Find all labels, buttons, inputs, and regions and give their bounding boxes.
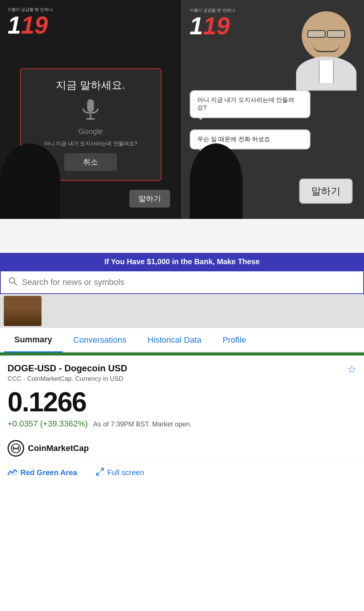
logo-left: 이름이 궁금할 땐 언제나- 119 bbox=[0, 4, 181, 40]
watchlist-star-icon[interactable]: ☆ bbox=[347, 363, 356, 376]
avatar-strip bbox=[0, 294, 364, 328]
google-label: Google bbox=[78, 127, 103, 136]
stock-change-row: +0.0357 (+39.3362%) As of 7:39PM BST. Ma… bbox=[8, 419, 356, 429]
cancel-button[interactable]: 취소 bbox=[64, 153, 117, 171]
mic-icon bbox=[81, 98, 100, 123]
logo-number-left: 119 bbox=[8, 13, 54, 37]
red-green-area-label: Red Green Area bbox=[20, 468, 77, 477]
chart-actions-bar: Red Green Area Full screen bbox=[0, 460, 364, 485]
stock-ticker: DOGE-USD - Dogecoin USD bbox=[8, 363, 127, 374]
search-input[interactable] bbox=[22, 277, 356, 287]
person-face bbox=[292, 11, 360, 94]
svg-line-6 bbox=[101, 468, 103, 471]
gap-section bbox=[0, 219, 364, 253]
news-banner: If You Have $1,000 in the Bank, Make The… bbox=[0, 253, 364, 271]
stock-change: +0.0357 (+39.3362%) bbox=[8, 419, 88, 428]
avatar-thumbnail bbox=[4, 296, 41, 326]
top-images-section: 이름이 궁금할 땐 언제나- 119 지금 말하세요. Google 아니 지금… bbox=[0, 0, 364, 219]
stock-info: DOGE-USD - Dogecoin USD CCC - CoinMarket… bbox=[8, 363, 127, 383]
cmc-logo: CoinMarketCap bbox=[8, 440, 89, 457]
stock-section: DOGE-USD - Dogecoin USD CCC - CoinMarket… bbox=[0, 356, 364, 432]
silhouette-left bbox=[0, 143, 60, 219]
dialog-title: 지금 말하세요. bbox=[56, 78, 125, 92]
tab-profile[interactable]: Profile bbox=[212, 328, 256, 352]
svg-rect-0 bbox=[87, 99, 94, 112]
speak-button-left[interactable]: 말하기 bbox=[129, 190, 170, 208]
search-icon bbox=[8, 277, 17, 288]
stock-price: 0.1266 bbox=[8, 386, 356, 417]
stock-source: CCC - CoinMarketCap. Currency in USD bbox=[8, 375, 127, 383]
fullscreen-icon bbox=[96, 468, 104, 478]
stock-header: DOGE-USD - Dogecoin USD CCC - CoinMarket… bbox=[8, 363, 356, 383]
fullscreen-label: Full screen bbox=[107, 468, 144, 477]
image-left: 이름이 궁금할 땐 언제나- 119 지금 말하세요. Google 아니 지금… bbox=[0, 0, 182, 219]
search-bar-wrapper bbox=[0, 271, 364, 294]
speech-bubble-1: 아니 지금 내가 도지사라는데 안들려요? bbox=[190, 90, 310, 118]
svg-line-7 bbox=[97, 472, 99, 475]
silhouette-right bbox=[190, 143, 243, 219]
red-green-area-button[interactable]: Red Green Area bbox=[8, 468, 77, 478]
tab-summary[interactable]: Summary bbox=[4, 328, 63, 352]
green-progress-bar bbox=[0, 352, 364, 356]
speak-button-right[interactable]: 말하기 bbox=[299, 179, 353, 204]
fullscreen-button[interactable]: Full screen bbox=[96, 468, 144, 478]
chart-icon bbox=[8, 468, 17, 478]
cmc-icon bbox=[8, 440, 24, 457]
stock-time: As of 7:39PM BST. Market open. bbox=[93, 420, 192, 428]
tab-historical-data[interactable]: Historical Data bbox=[137, 328, 212, 352]
speech-bubbles: 아니 지금 내가 도지사라는데 안들려요? 무슨 일 때문에 전화 하셨죠 bbox=[190, 87, 310, 149]
tabs-bar: Summary Conversations Historical Data Pr… bbox=[0, 328, 364, 352]
coinmarketcap-row: CoinMarketCap bbox=[0, 432, 364, 460]
cmc-name: CoinMarketCap bbox=[28, 443, 89, 453]
svg-line-4 bbox=[14, 283, 17, 285]
tab-conversations[interactable]: Conversations bbox=[63, 328, 137, 352]
dialog-subtitle: 아니 지금 내가 도지사라는데 안들려요? bbox=[44, 140, 137, 147]
image-right: 이름이 궁금할 땐 언제나- 119 bbox=[182, 0, 364, 219]
